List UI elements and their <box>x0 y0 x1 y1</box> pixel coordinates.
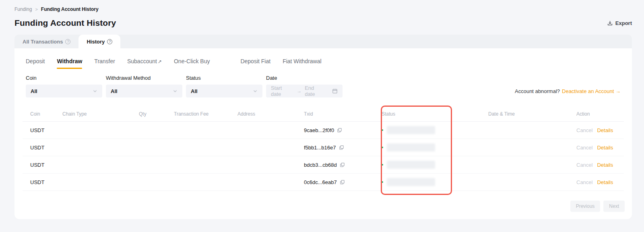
calendar-icon[interactable] <box>332 88 338 94</box>
col-header-action: Action <box>576 111 621 117</box>
history-subtabs: Deposit Withdraw Transfer Subaccount↗ On… <box>14 48 632 64</box>
filter-date-label: Date <box>266 75 343 81</box>
col-header-address: Address <box>237 111 304 117</box>
help-icon[interactable]: ? <box>65 39 70 44</box>
subtab-fiat-withdrawal[interactable]: Fiat Withdrawal <box>283 58 321 64</box>
date-range-picker[interactable]: Start date → End date <box>266 85 343 97</box>
txid-value: 9caeb...2f0f0 <box>304 127 334 133</box>
subtab-deposit[interactable]: Deposit <box>26 58 45 64</box>
coin-select[interactable]: All <box>26 85 102 97</box>
cancel-button[interactable]: Cancel <box>576 127 592 133</box>
coin-cell: USDT <box>30 162 62 168</box>
coin-cell: USDT <box>30 179 62 185</box>
filter-date: Date Start date → End date <box>266 75 343 97</box>
account-abnormal-text: Account abnormal? <box>515 88 560 94</box>
arrow-right-icon: → <box>615 88 621 94</box>
subtab-deposit-fiat[interactable]: Deposit Fiat <box>240 58 270 64</box>
deactivate-account-link[interactable]: Deactivate an Account → <box>562 88 621 94</box>
filter-status-label: Status <box>186 75 262 81</box>
details-button[interactable]: Details <box>597 145 613 151</box>
breadcrumb: Funding > Funding Account History <box>14 0 632 12</box>
status-select-value: All <box>191 88 198 94</box>
txid-value: f5bb1...b16e7 <box>304 145 336 151</box>
breadcrumb-current: Funding Account History <box>41 6 99 12</box>
table-row: USDT 0c6dc...6eab7 CancelDetails <box>23 174 624 191</box>
chevron-down-icon <box>173 89 178 93</box>
redacted-status <box>387 161 435 169</box>
tab-all-transactions-label: All Transactions <box>23 39 63 45</box>
previous-button[interactable]: Previous <box>570 201 601 212</box>
table-row: USDT 9caeb...2f0f0 CancelDetails <box>23 122 624 139</box>
col-header-qty: Qty <box>139 111 174 117</box>
col-header-txid: Txid <box>304 111 382 117</box>
withdrawal-method-select-value: All <box>111 88 118 94</box>
end-date-input[interactable]: End date <box>305 85 326 97</box>
breadcrumb-funding[interactable]: Funding <box>14 6 32 12</box>
filter-coin-label: Coin <box>26 75 102 81</box>
tab-history-label: History <box>87 39 105 45</box>
filters-bar: Coin All Withdrawal Method All <box>14 64 632 97</box>
redacted-status <box>387 143 435 151</box>
redacted-status <box>387 126 435 134</box>
coin-select-value: All <box>31 88 37 94</box>
date-range-arrow-icon: → <box>297 88 301 94</box>
export-label: Export <box>615 20 632 26</box>
copy-icon[interactable] <box>340 180 345 185</box>
breadcrumb-separator-icon: > <box>35 7 37 12</box>
copy-icon[interactable] <box>339 145 344 150</box>
start-date-input[interactable]: Start date <box>271 85 293 97</box>
cancel-button[interactable]: Cancel <box>576 145 592 151</box>
export-icon <box>607 20 613 26</box>
status-dot-icon <box>382 181 383 183</box>
txid-value: bdcb3...cb68d <box>304 162 337 168</box>
table-row: USDT bdcb3...cb68d CancelDetails <box>23 156 624 174</box>
details-button[interactable]: Details <box>597 127 613 133</box>
col-header-date-time: Date & Time <box>451 111 576 117</box>
account-abnormal-notice: Account abnormal? Deactivate an Account … <box>515 88 621 97</box>
next-button[interactable]: Next <box>603 201 625 212</box>
external-link-icon: ↗ <box>158 59 162 64</box>
coin-cell: USDT <box>30 145 62 151</box>
filter-status: Status All <box>186 75 262 97</box>
col-header-transaction-fee: Transaction Fee <box>174 111 237 117</box>
filter-coin: Coin All <box>26 75 102 97</box>
deactivate-account-label: Deactivate an Account <box>562 88 614 94</box>
page-header: Funding Account History Export <box>14 18 632 28</box>
withdraw-history-table: Coin Chain Type Qty Transaction Fee Addr… <box>23 106 624 191</box>
tab-history[interactable]: History ? <box>78 35 120 48</box>
subtab-transfer[interactable]: Transfer <box>94 58 115 64</box>
filter-withdrawal-method-label: Withdrawal Method <box>106 75 182 81</box>
subtab-withdraw[interactable]: Withdraw <box>57 58 82 64</box>
cancel-button[interactable]: Cancel <box>576 179 592 185</box>
subtab-one-click-buy[interactable]: One-Click Buy <box>174 58 210 64</box>
subtab-subaccount[interactable]: Subaccount↗ <box>127 58 162 64</box>
chevron-down-icon <box>93 89 97 93</box>
copy-icon[interactable] <box>340 162 345 168</box>
history-card: Deposit Withdraw Transfer Subaccount↗ On… <box>14 48 632 219</box>
table-header-row: Coin Chain Type Qty Transaction Fee Addr… <box>23 106 624 122</box>
tab-all-transactions[interactable]: All Transactions ? <box>14 35 78 48</box>
redacted-status <box>387 178 435 186</box>
status-dot-icon <box>382 129 383 131</box>
col-header-status: Status <box>382 111 451 117</box>
details-button[interactable]: Details <box>597 162 613 168</box>
status-select[interactable]: All <box>186 85 262 97</box>
status-dot-icon <box>382 147 383 148</box>
col-header-coin: Coin <box>30 111 62 117</box>
status-dot-icon <box>382 164 383 166</box>
subtab-subaccount-label: Subaccount <box>127 58 157 64</box>
table-row: USDT f5bb1...b16e7 CancelDetails <box>23 139 624 156</box>
chevron-down-icon <box>253 89 258 93</box>
coin-cell: USDT <box>30 127 62 133</box>
filter-withdrawal-method: Withdrawal Method All <box>106 75 182 97</box>
copy-icon[interactable] <box>337 128 342 133</box>
help-icon[interactable]: ? <box>107 39 112 44</box>
export-button[interactable]: Export <box>607 20 632 26</box>
cancel-button[interactable]: Cancel <box>576 162 592 168</box>
pagination: Previous Next <box>14 201 625 212</box>
withdrawal-method-select[interactable]: All <box>106 85 182 97</box>
details-button[interactable]: Details <box>597 179 613 185</box>
page-title: Funding Account History <box>14 18 116 28</box>
funding-history-page: Funding > Funding Account History Fundin… <box>0 0 644 219</box>
txid-value: 0c6dc...6eab7 <box>304 179 337 185</box>
